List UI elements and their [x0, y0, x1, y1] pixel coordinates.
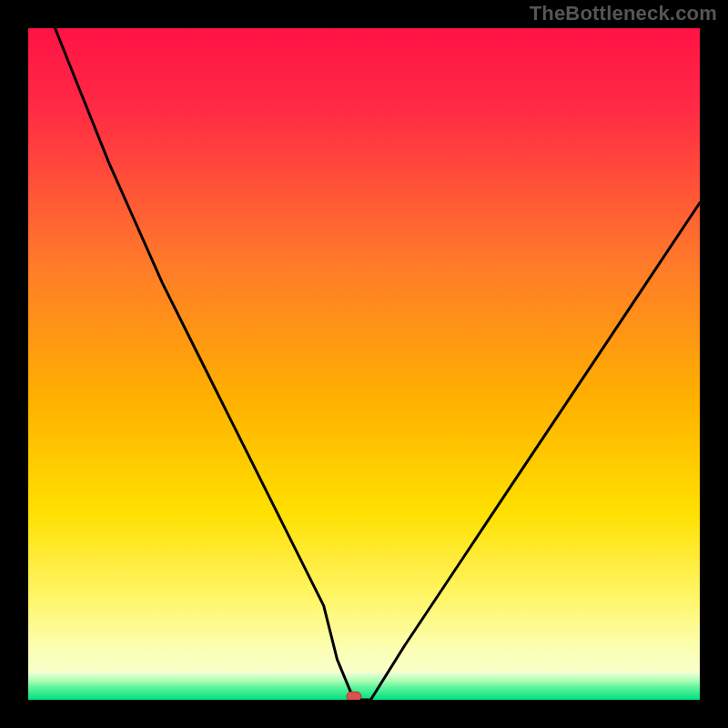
attribution-text: TheBottleneck.com [530, 2, 717, 25]
optimal-marker [347, 692, 361, 700]
plot-area [28, 28, 700, 700]
chart-frame: TheBottleneck.com [0, 0, 728, 728]
bottleneck-chart [28, 28, 700, 700]
gradient-background [28, 28, 700, 700]
green-zone [28, 672, 700, 700]
